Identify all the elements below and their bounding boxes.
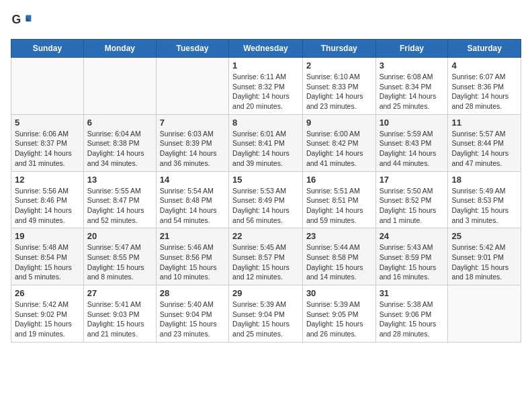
- calendar-cell: 18Sunrise: 5:49 AM Sunset: 8:53 PM Dayli…: [448, 171, 521, 228]
- day-info: Sunrise: 5:45 AM Sunset: 8:57 PM Dayligh…: [232, 242, 299, 282]
- day-number: 5: [15, 118, 80, 128]
- day-number: 20: [87, 231, 152, 241]
- calendar-cell: 24Sunrise: 5:43 AM Sunset: 8:59 PM Dayli…: [375, 228, 448, 285]
- calendar-cell: 21Sunrise: 5:46 AM Sunset: 8:56 PM Dayli…: [156, 228, 228, 285]
- day-info: Sunrise: 6:08 AM Sunset: 8:34 PM Dayligh…: [380, 72, 445, 111]
- day-info: Sunrise: 6:04 AM Sunset: 8:38 PM Dayligh…: [87, 129, 152, 169]
- calendar-body: 1Sunrise: 6:11 AM Sunset: 8:32 PM Daylig…: [11, 58, 521, 342]
- calendar-cell: 25Sunrise: 5:42 AM Sunset: 9:01 PM Dayli…: [448, 228, 521, 285]
- calendar-cell: 3Sunrise: 6:08 AM Sunset: 8:34 PM Daylig…: [375, 58, 448, 115]
- calendar-cell: 31Sunrise: 5:38 AM Sunset: 9:06 PM Dayli…: [375, 285, 448, 342]
- logo-icon: G: [11, 11, 32, 32]
- logo: G: [11, 11, 35, 32]
- calendar-cell: 10Sunrise: 5:59 AM Sunset: 8:43 PM Dayli…: [375, 114, 448, 171]
- calendar-cell: [156, 58, 228, 115]
- day-info: Sunrise: 6:00 AM Sunset: 8:42 PM Dayligh…: [306, 129, 372, 169]
- weekday-header-row: SundayMondayTuesdayWednesdayThursdayFrid…: [11, 40, 521, 58]
- day-number: 14: [160, 175, 225, 185]
- calendar-cell: 17Sunrise: 5:50 AM Sunset: 8:52 PM Dayli…: [375, 171, 448, 228]
- weekday-header-wednesday: Wednesday: [229, 40, 303, 58]
- weekday-header-friday: Friday: [375, 40, 448, 58]
- calendar-cell: 7Sunrise: 6:03 AM Sunset: 8:39 PM Daylig…: [156, 114, 228, 171]
- day-info: Sunrise: 5:50 AM Sunset: 8:52 PM Dayligh…: [380, 186, 445, 226]
- page-header: G: [11, 11, 521, 32]
- calendar-cell: [11, 58, 84, 115]
- day-number: 22: [232, 231, 299, 241]
- weekday-header-thursday: Thursday: [302, 40, 375, 58]
- weekday-header-monday: Monday: [83, 40, 156, 58]
- calendar-cell: 5Sunrise: 6:06 AM Sunset: 8:37 PM Daylig…: [11, 114, 84, 171]
- calendar-cell: 20Sunrise: 5:47 AM Sunset: 8:55 PM Dayli…: [83, 228, 156, 285]
- svg-text:G: G: [12, 13, 21, 26]
- day-number: 30: [306, 288, 372, 298]
- day-number: 9: [306, 118, 372, 128]
- day-info: Sunrise: 5:40 AM Sunset: 9:04 PM Dayligh…: [160, 300, 225, 339]
- calendar-week-4: 19Sunrise: 5:48 AM Sunset: 8:54 PM Dayli…: [11, 228, 521, 285]
- calendar-cell: 14Sunrise: 5:54 AM Sunset: 8:48 PM Dayli…: [156, 171, 228, 228]
- day-number: 17: [380, 175, 445, 185]
- calendar-cell: 15Sunrise: 5:53 AM Sunset: 8:49 PM Dayli…: [229, 171, 303, 228]
- day-number: 4: [451, 60, 517, 71]
- day-number: 2: [306, 60, 372, 71]
- day-info: Sunrise: 5:49 AM Sunset: 8:53 PM Dayligh…: [451, 186, 517, 226]
- day-number: 7: [160, 118, 225, 128]
- calendar-cell: 13Sunrise: 5:55 AM Sunset: 8:47 PM Dayli…: [83, 171, 156, 228]
- calendar-cell: 28Sunrise: 5:40 AM Sunset: 9:04 PM Dayli…: [156, 285, 228, 342]
- calendar-cell: 8Sunrise: 6:01 AM Sunset: 8:41 PM Daylig…: [229, 114, 303, 171]
- day-info: Sunrise: 5:51 AM Sunset: 8:51 PM Dayligh…: [306, 186, 372, 226]
- day-number: 13: [87, 175, 152, 185]
- calendar-cell: 1Sunrise: 6:11 AM Sunset: 8:32 PM Daylig…: [229, 58, 303, 115]
- day-number: 21: [160, 231, 225, 241]
- weekday-header-sunday: Sunday: [11, 40, 84, 58]
- day-number: 18: [451, 175, 517, 185]
- calendar-week-2: 5Sunrise: 6:06 AM Sunset: 8:37 PM Daylig…: [11, 114, 521, 171]
- calendar-table: SundayMondayTuesdayWednesdayThursdayFrid…: [11, 39, 521, 342]
- day-info: Sunrise: 6:07 AM Sunset: 8:36 PM Dayligh…: [451, 72, 517, 111]
- calendar-cell: 11Sunrise: 5:57 AM Sunset: 8:44 PM Dayli…: [448, 114, 521, 171]
- day-info: Sunrise: 5:41 AM Sunset: 9:03 PM Dayligh…: [87, 300, 152, 339]
- day-number: 12: [15, 175, 80, 185]
- calendar-cell: 6Sunrise: 6:04 AM Sunset: 8:38 PM Daylig…: [83, 114, 156, 171]
- day-info: Sunrise: 5:39 AM Sunset: 9:05 PM Dayligh…: [306, 300, 372, 339]
- day-info: Sunrise: 5:46 AM Sunset: 8:56 PM Dayligh…: [160, 242, 225, 282]
- calendar-cell: 9Sunrise: 6:00 AM Sunset: 8:42 PM Daylig…: [302, 114, 375, 171]
- weekday-header-tuesday: Tuesday: [156, 40, 228, 58]
- calendar-cell: 2Sunrise: 6:10 AM Sunset: 8:33 PM Daylig…: [302, 58, 375, 115]
- day-info: Sunrise: 5:42 AM Sunset: 9:02 PM Dayligh…: [15, 300, 80, 339]
- day-number: 15: [232, 175, 299, 185]
- calendar-cell: 30Sunrise: 5:39 AM Sunset: 9:05 PM Dayli…: [302, 285, 375, 342]
- day-number: 3: [380, 60, 445, 71]
- calendar-week-1: 1Sunrise: 6:11 AM Sunset: 8:32 PM Daylig…: [11, 58, 521, 115]
- day-number: 31: [380, 288, 445, 298]
- calendar-cell: [83, 58, 156, 115]
- weekday-header-saturday: Saturday: [448, 40, 521, 58]
- day-info: Sunrise: 6:03 AM Sunset: 8:39 PM Dayligh…: [160, 129, 225, 169]
- day-info: Sunrise: 5:47 AM Sunset: 8:55 PM Dayligh…: [87, 242, 152, 282]
- day-number: 23: [306, 231, 372, 241]
- day-info: Sunrise: 5:54 AM Sunset: 8:48 PM Dayligh…: [160, 186, 225, 226]
- calendar-cell: 16Sunrise: 5:51 AM Sunset: 8:51 PM Dayli…: [302, 171, 375, 228]
- day-number: 25: [451, 231, 517, 241]
- day-info: Sunrise: 5:44 AM Sunset: 8:58 PM Dayligh…: [306, 242, 372, 282]
- day-info: Sunrise: 5:38 AM Sunset: 9:06 PM Dayligh…: [380, 300, 445, 339]
- day-number: 29: [232, 288, 299, 298]
- day-info: Sunrise: 5:43 AM Sunset: 8:59 PM Dayligh…: [380, 242, 445, 282]
- calendar-cell: 26Sunrise: 5:42 AM Sunset: 9:02 PM Dayli…: [11, 285, 84, 342]
- day-number: 27: [87, 288, 152, 298]
- day-number: 10: [380, 118, 445, 128]
- day-info: Sunrise: 5:39 AM Sunset: 9:04 PM Dayligh…: [232, 300, 299, 339]
- calendar-week-3: 12Sunrise: 5:56 AM Sunset: 8:46 PM Dayli…: [11, 171, 521, 228]
- day-number: 19: [15, 231, 80, 241]
- day-number: 8: [232, 118, 299, 128]
- day-number: 16: [306, 175, 372, 185]
- day-number: 26: [15, 288, 80, 298]
- day-info: Sunrise: 5:55 AM Sunset: 8:47 PM Dayligh…: [87, 186, 152, 226]
- day-info: Sunrise: 5:42 AM Sunset: 9:01 PM Dayligh…: [451, 242, 517, 282]
- day-info: Sunrise: 6:01 AM Sunset: 8:41 PM Dayligh…: [232, 129, 299, 169]
- day-number: 6: [87, 118, 152, 128]
- calendar-week-5: 26Sunrise: 5:42 AM Sunset: 9:02 PM Dayli…: [11, 285, 521, 342]
- calendar-cell: 19Sunrise: 5:48 AM Sunset: 8:54 PM Dayli…: [11, 228, 84, 285]
- day-info: Sunrise: 6:10 AM Sunset: 8:33 PM Dayligh…: [306, 72, 372, 111]
- day-info: Sunrise: 5:57 AM Sunset: 8:44 PM Dayligh…: [451, 129, 517, 169]
- day-number: 24: [380, 231, 445, 241]
